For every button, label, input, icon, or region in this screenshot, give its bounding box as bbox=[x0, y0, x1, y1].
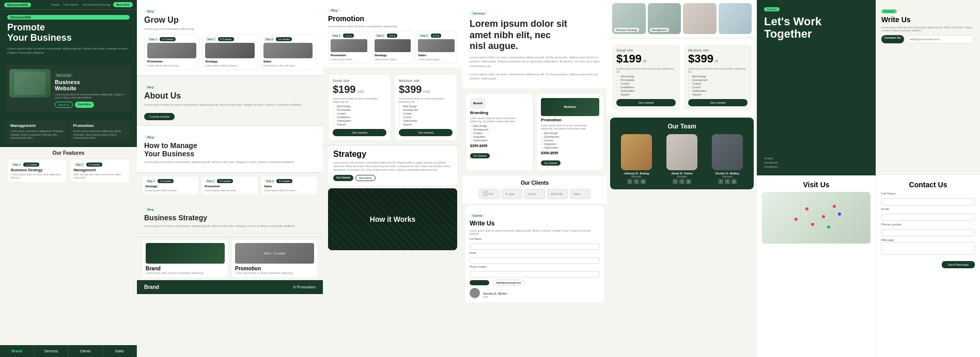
wu2-badge: Events bbox=[470, 214, 485, 218]
promo-s2: Step 22-3 w Strategy Lorem ipsum dolor..… bbox=[372, 31, 414, 63]
wu2-email-field: Email bbox=[470, 251, 600, 264]
brand-promo-row: Brand Lorem ipsum dolor sit amet consect… bbox=[137, 237, 323, 280]
lets-work-title: Let's WorkTogether bbox=[764, 15, 868, 40]
map-pin-5 bbox=[795, 218, 798, 221]
fb-icon-1[interactable]: f bbox=[627, 179, 632, 184]
wu2-fullname-input[interactable] bbox=[470, 244, 600, 250]
about-us-btn[interactable]: About Us bbox=[55, 102, 73, 108]
strategy-section: Strategy Lorem ipsum dolor sit amet, con… bbox=[328, 145, 457, 185]
price-large-small: Small site $199 /B Lorem ipsum dolor sit… bbox=[612, 44, 680, 110]
strategy-get-started[interactable]: Get Started bbox=[333, 175, 353, 181]
sales-weeks3: 3-4 weeks bbox=[276, 37, 292, 41]
tab-clients[interactable]: Clients bbox=[69, 345, 103, 357]
branding-price: $299-$499 bbox=[470, 144, 528, 148]
hero-subtitle: Lorem ipsum dolor sit amet consectetur a… bbox=[7, 46, 130, 55]
wu2-email-input[interactable] bbox=[470, 257, 600, 264]
team-member-2: Janet D. Gates Manager f t in bbox=[661, 134, 703, 184]
svg-text:MOBILISE: MOBILISE bbox=[551, 192, 563, 196]
branding-btn[interactable]: Get Started bbox=[470, 153, 490, 158]
tw-icon-3[interactable]: t bbox=[725, 179, 730, 184]
business-card-image bbox=[9, 69, 51, 98]
biz-strategy-section: Blog Business Strategy Lorem ipsum sit a… bbox=[137, 198, 323, 237]
facebook-link[interactable]: Facebook bbox=[764, 161, 868, 164]
course-btn[interactable]: Course Insude bbox=[144, 113, 175, 120]
promotion-service-card: Mobilise Promotion Lorem ipsum dolor sit… bbox=[536, 93, 604, 171]
wu2-phone-field: Phone number bbox=[470, 265, 600, 278]
feature-2-badges: Step 2 2-3 weeks bbox=[74, 163, 127, 167]
tw-icon-1[interactable]: t bbox=[634, 179, 639, 184]
brand-card: Brand Lorem ipsum dolor sit amet consect… bbox=[142, 239, 228, 278]
team-photo-2 bbox=[666, 134, 697, 170]
brand-promotion-footer: Brand 6 Promotion bbox=[137, 280, 323, 294]
branding-logo: Brand bbox=[470, 98, 486, 108]
features-grid: Step 1 1-2 weeks Business Strategy Lorem… bbox=[7, 159, 130, 183]
promo-s1: Step 11-2 w Promotion Lorem ipsum dolor.… bbox=[328, 31, 370, 63]
step1-label: Step 1 bbox=[11, 163, 22, 167]
ps3-title: Sales bbox=[418, 54, 455, 57]
tab-services[interactable]: Services bbox=[34, 345, 68, 357]
promo-logo: Mobilise bbox=[541, 98, 599, 116]
ig-icon-3[interactable]: in bbox=[732, 179, 737, 184]
price-small-btn[interactable]: Get started bbox=[333, 129, 386, 136]
wu2-email-display: hello@youremail.com bbox=[492, 280, 524, 286]
grow-up-section: Blog Grow Up Lorem ipsum consectetur adi… bbox=[137, 0, 323, 76]
plm-text: Lorem ipsum dolor sit amet consectetur a… bbox=[688, 67, 748, 73]
contact-us-title: Contact Us bbox=[881, 181, 975, 189]
contact-email-label: Email bbox=[881, 207, 975, 210]
ps2-title: Strategy bbox=[375, 54, 411, 57]
promo-top-badge: Blog bbox=[328, 8, 340, 12]
lets-work-section: Events Let's WorkTogether Twitter Facebo… bbox=[757, 0, 876, 175]
send-message-btn[interactable]: Send Message bbox=[942, 261, 975, 268]
nav-demo[interactable]: Live Demo bbox=[64, 3, 79, 6]
strategy-read-more[interactable]: Read More bbox=[355, 175, 376, 181]
price-medium: Medium site $399 USD Lorem ipsum dolor s… bbox=[394, 74, 457, 141]
tab-brand[interactable]: Brand bbox=[0, 345, 34, 357]
brand-footer-label: Brand bbox=[144, 284, 159, 290]
write-us-title: Write Us bbox=[881, 15, 974, 24]
read-more-btn[interactable]: Read More bbox=[75, 102, 95, 108]
team-photo-1 bbox=[621, 134, 652, 170]
contact-message-textarea[interactable] bbox=[881, 242, 975, 255]
step1-weeks: 1-2 weeks bbox=[23, 163, 39, 167]
twitter-link[interactable]: Twitter bbox=[764, 157, 868, 160]
about-title: About Us bbox=[144, 91, 316, 101]
fb-icon-3[interactable]: f bbox=[718, 179, 723, 184]
ig-icon-1[interactable]: in bbox=[641, 179, 646, 184]
client-logo-3: Acton bbox=[524, 189, 545, 199]
pls-btn[interactable]: Get started bbox=[616, 99, 676, 106]
tab-sales[interactable]: Sales bbox=[103, 345, 137, 357]
buy-now-btn[interactable]: Buy Now bbox=[113, 2, 133, 7]
fb-icon-2[interactable]: f bbox=[673, 179, 678, 184]
nav-service[interactable]: Get Service Routing bbox=[83, 3, 111, 6]
wu2-contact-btn[interactable]: Contact Us bbox=[470, 280, 489, 285]
promo-service-btn[interactable]: Get Started bbox=[541, 160, 561, 166]
wu2-phone-input[interactable] bbox=[470, 271, 600, 278]
team-member-1: Johnny D. Ewing Manager f t in bbox=[615, 134, 658, 184]
wu2-text: Lorem ipsum dolor sit amet consectetur a… bbox=[470, 229, 600, 235]
manage-steps-row: Step 1 2-3 weeks Strategy Lorem ipsum do… bbox=[137, 173, 323, 198]
nav-home[interactable]: Home bbox=[51, 3, 59, 6]
promo-step-cards: Step 11-2 w Promotion Lorem ipsum dolor.… bbox=[328, 31, 457, 63]
contact-fullname-input[interactable] bbox=[881, 198, 975, 205]
map-pin-1 bbox=[805, 207, 808, 210]
contact-phone-input[interactable] bbox=[881, 229, 975, 236]
grow-up-steps: Step 1 1-2 weeks Promotion Lorem ipsum d… bbox=[144, 34, 316, 70]
wu2-person-role: User bbox=[483, 295, 507, 298]
contact-email-input[interactable] bbox=[881, 214, 975, 221]
features-section: Our Features Step 1 1-2 weeks Business S… bbox=[0, 147, 137, 345]
price-medium-btn[interactable]: Get started bbox=[399, 129, 453, 136]
tw-icon-2[interactable]: t bbox=[679, 179, 685, 184]
business-card-buttons: About Us Read More bbox=[55, 102, 128, 108]
photos-row: Business Strategy Management bbox=[607, 0, 757, 37]
features-title: Our Features bbox=[7, 150, 130, 156]
write-us-contact-btn[interactable]: Contact Us bbox=[881, 35, 904, 43]
promotion-card: Promotion Lorem ipsum posuereus adipisci… bbox=[70, 120, 130, 143]
ig-icon-2[interactable]: in bbox=[686, 179, 691, 184]
write-us-email-input[interactable] bbox=[906, 35, 974, 43]
client-logo-2: ✦ logo bbox=[502, 189, 522, 199]
plm-btn[interactable]: Get started bbox=[688, 99, 748, 106]
contact-fullname-field: Full Name bbox=[881, 192, 975, 205]
promotion-card-2: Step 1 · 1-2 weeks Promotion Lorem ipsum… bbox=[231, 239, 318, 278]
price-small-usd: USD bbox=[357, 90, 365, 93]
instagram-link[interactable]: Instagram bbox=[764, 165, 868, 168]
